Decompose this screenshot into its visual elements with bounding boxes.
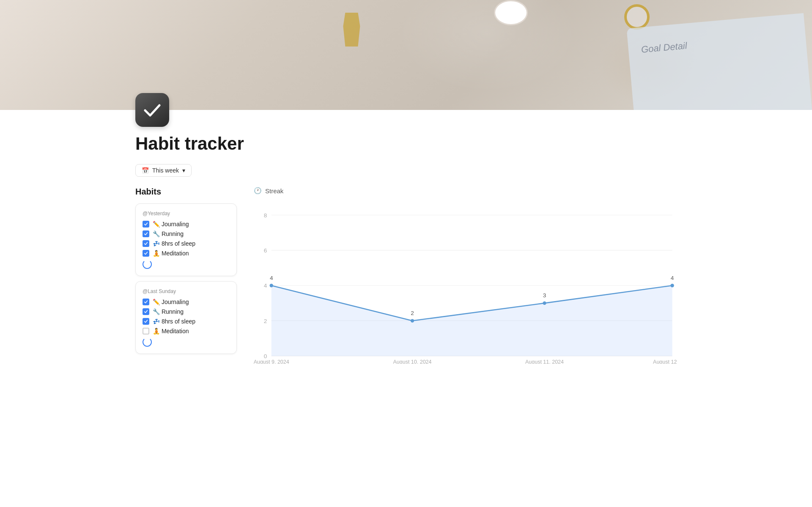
svg-text:August 10, 2024: August 10, 2024 [393, 359, 431, 364]
habit-checkbox-0-1[interactable] [143, 230, 149, 237]
coffee-cup-decoration [494, 0, 528, 25]
svg-text:3: 3 [543, 292, 546, 299]
habit-checkbox-1-1[interactable] [143, 308, 149, 315]
tablet-decoration [627, 13, 812, 110]
main-layout: Habits @Yesterday✏️ Journaling🔧 Running💤… [135, 187, 677, 364]
habit-item-1-2[interactable]: 💤 8hrs of sleep [143, 318, 230, 325]
streak-label: Streak [265, 187, 283, 195]
add-habit-button-1[interactable] [143, 337, 152, 347]
svg-text:2: 2 [411, 310, 414, 316]
data-point-1 [411, 319, 414, 322]
week-selector[interactable]: 📅 This week ▾ [135, 164, 192, 177]
habits-title: Habits [135, 187, 237, 197]
habit-name-0-0: ✏️ Journaling [153, 221, 189, 227]
habit-item-1-1[interactable]: 🔧 Running [143, 308, 230, 315]
svg-text:4: 4 [270, 275, 273, 281]
svg-text:4: 4 [671, 275, 674, 281]
streak-chart: 8 6 4 2 0 [254, 203, 677, 364]
right-panel: 🕐 Streak 8 6 4 2 0 [254, 187, 677, 364]
left-panel: Habits @Yesterday✏️ Journaling🔧 Running💤… [135, 187, 237, 359]
clock-icon: 🕐 [254, 187, 262, 195]
habit-item-1-0[interactable]: ✏️ Journaling [143, 299, 230, 305]
habit-checkbox-0-2[interactable] [143, 240, 149, 247]
data-point-2 [543, 301, 546, 305]
toolbar: 📅 This week ▾ [135, 164, 677, 177]
svg-text:6: 6 [264, 247, 267, 254]
habit-checkbox-0-3[interactable] [143, 250, 149, 257]
streak-header: 🕐 Streak [254, 187, 677, 195]
svg-text:August 11, 2024: August 11, 2024 [525, 359, 564, 364]
habit-name-1-2: 💤 8hrs of sleep [153, 318, 195, 325]
svg-text:8: 8 [264, 212, 267, 219]
habit-checkbox-1-2[interactable] [143, 318, 149, 325]
calendar-icon: 📅 [142, 167, 149, 174]
habit-item-0-1[interactable]: 🔧 Running [143, 230, 230, 237]
svg-text:August 9, 2024: August 9, 2024 [254, 359, 289, 364]
app-icon [135, 93, 169, 127]
habit-name-0-2: 💤 8hrs of sleep [153, 240, 195, 247]
svg-text:4: 4 [264, 282, 267, 289]
chart-container: 8 6 4 2 0 [254, 203, 677, 364]
clip-decoration [341, 13, 362, 47]
habit-item-1-3[interactable]: 🧘 Meditation [143, 328, 230, 334]
habit-item-0-0[interactable]: ✏️ Journaling [143, 221, 230, 227]
habit-name-0-1: 🔧 Running [153, 230, 184, 237]
svg-text:August 12, 2024: August 12, 2024 [653, 359, 677, 364]
week-label: This week [152, 167, 179, 174]
checkmark-icon [142, 99, 163, 121]
habit-checkbox-0-0[interactable] [143, 221, 149, 227]
data-point-3 [670, 284, 674, 287]
habit-name-1-0: ✏️ Journaling [153, 299, 189, 305]
page-title: Habit tracker [135, 134, 677, 154]
day-label-1: @Last Sunday [143, 288, 230, 294]
habit-item-0-2[interactable]: 💤 8hrs of sleep [143, 240, 230, 247]
day-card-1: @Last Sunday✏️ Journaling🔧 Running💤 8hrs… [135, 281, 237, 354]
svg-marker-10 [272, 285, 672, 356]
habit-checkbox-1-0[interactable] [143, 299, 149, 305]
day-card-0: @Yesterday✏️ Journaling🔧 Running💤 8hrs o… [135, 203, 237, 276]
habit-name-1-3: 🧘 Meditation [153, 328, 189, 334]
data-point-0 [270, 284, 273, 287]
day-label-0: @Yesterday [143, 211, 230, 217]
habit-checkbox-1-3[interactable] [143, 328, 149, 334]
add-habit-button-0[interactable] [143, 260, 152, 269]
svg-text:2: 2 [264, 318, 267, 324]
habit-name-1-1: 🔧 Running [153, 308, 184, 315]
day-cards-container: @Yesterday✏️ Journaling🔧 Running💤 8hrs o… [135, 203, 237, 354]
habit-item-0-3[interactable]: 🧘 Meditation [143, 250, 230, 257]
chevron-down-icon: ▾ [182, 167, 185, 174]
habit-name-0-3: 🧘 Meditation [153, 250, 189, 257]
watch-decoration [624, 4, 650, 30]
hero-banner [0, 0, 812, 110]
